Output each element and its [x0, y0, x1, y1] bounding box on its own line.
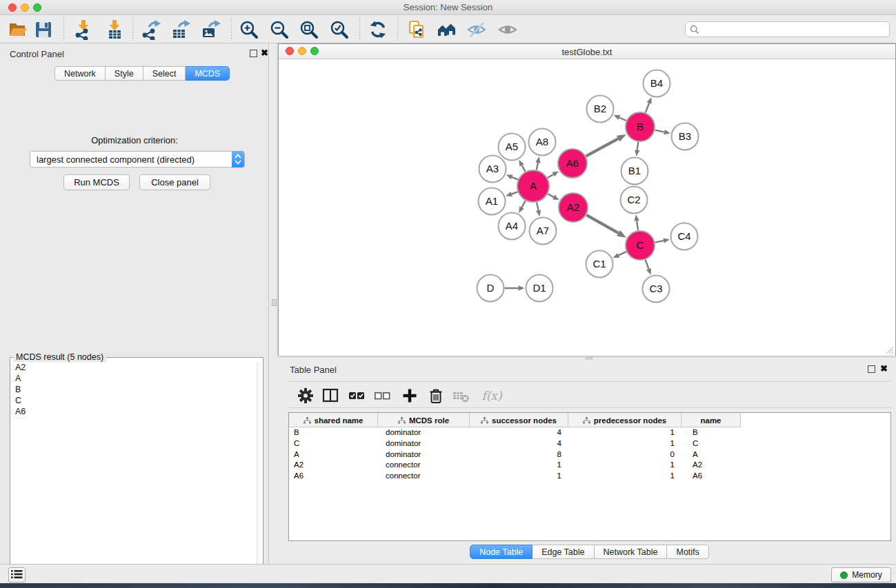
hide-selected-button[interactable] [464, 18, 489, 41]
import-network-icon [73, 19, 94, 40]
tab-mcds[interactable]: MCDS [186, 66, 230, 81]
tab-select[interactable]: Select [143, 66, 186, 81]
select-all-checkboxes-button[interactable] [346, 386, 367, 405]
zoom-in-button[interactable] [237, 18, 261, 41]
criterion-value: largest connected component (directed) [37, 154, 195, 165]
graph-node-A1[interactable]: A1 [479, 188, 506, 215]
table-row-A2[interactable]: A2connector11A2 [289, 460, 741, 471]
memory-button[interactable]: Memory [831, 567, 891, 582]
zoom-selected-button[interactable] [327, 18, 352, 41]
edge-arrowhead [617, 230, 626, 238]
table-cell: B [294, 427, 378, 438]
network-canvas[interactable]: A A1 A2 A3 A4 A5 A6 A7 A8 B B1 B2 B3 B4 … [279, 59, 895, 356]
criterion-dropdown[interactable]: largest connected component (directed) [30, 151, 245, 168]
refresh-view-button[interactable] [366, 18, 390, 41]
tab-network[interactable]: Network [54, 66, 106, 81]
graph-node-A2[interactable]: A2 [559, 193, 588, 222]
edge-A-A7 [537, 202, 539, 210]
tab-style[interactable]: Style [106, 66, 143, 81]
add-column-plus-button[interactable] [399, 386, 420, 405]
result-item[interactable]: A6 [11, 406, 257, 417]
column-header-predecessor-nodes[interactable]: predecessor nodes [568, 413, 681, 427]
graph-node-A6[interactable]: A6 [558, 149, 587, 178]
tab-network-table[interactable]: Network Table [595, 545, 668, 559]
tab-node-table[interactable]: Node Table [470, 545, 532, 559]
open-file-icon [7, 19, 28, 40]
column-type-icon [303, 417, 311, 424]
table-row-A6[interactable]: A6connector11A6 [289, 471, 741, 482]
toolbar-separator [132, 18, 133, 41]
export-network-button[interactable] [138, 18, 163, 41]
import-table-button[interactable] [102, 18, 127, 41]
network-graph: A A1 A2 A3 A4 A5 A6 A7 A8 B B1 B2 B3 B4 … [279, 59, 895, 356]
graph-node-B[interactable]: B [626, 112, 655, 141]
new-network-from-selection-button[interactable] [405, 18, 430, 41]
table-row-A[interactable]: Adominator80A [289, 449, 741, 460]
tab-motifs[interactable]: Motifs [667, 545, 708, 559]
zoom-out-button[interactable] [267, 18, 292, 41]
close-panel-button[interactable]: Close panel [139, 174, 210, 190]
run-mcds-button[interactable]: Run MCDS [63, 174, 130, 190]
result-item[interactable]: A2 [11, 362, 257, 373]
graph-node-A7[interactable]: A7 [530, 218, 557, 245]
graph-node-C4[interactable]: C4 [671, 223, 698, 250]
zoom-out-icon [269, 19, 290, 40]
column-header-MCDS-role[interactable]: MCDS role [378, 413, 470, 427]
graph-node-A3[interactable]: A3 [479, 156, 506, 183]
network-window-titlebar[interactable]: testGlobe.txt [279, 44, 895, 59]
graph-node-A8[interactable]: A8 [529, 129, 556, 156]
column-header-shared-name[interactable]: shared name [289, 413, 378, 427]
zoom-fit-button[interactable] [297, 18, 321, 41]
table-row-B[interactable]: Bdominator41B [289, 427, 741, 438]
tab-edge-table[interactable]: Edge Table [532, 545, 594, 559]
graph-node-B4[interactable]: B4 [644, 70, 670, 97]
show-hidden-button[interactable] [495, 18, 520, 41]
graph-node-B1[interactable]: B1 [621, 158, 648, 185]
column-header-successor-nodes[interactable]: successor nodes [470, 413, 568, 427]
graph-node-B2[interactable]: B2 [587, 96, 614, 123]
task-history-button[interactable] [8, 567, 26, 582]
select-all-checkboxes-icon [348, 387, 366, 405]
delete-column-trash-button[interactable] [426, 386, 446, 405]
graph-node-C1[interactable]: C1 [586, 251, 613, 278]
table-cell: dominator [386, 427, 470, 438]
column-type-icon [583, 417, 590, 424]
column-header-name[interactable]: name [681, 413, 741, 427]
split-divider-handle[interactable] [272, 299, 277, 306]
show-all-networks-button[interactable] [435, 18, 459, 41]
export-table-button[interactable] [168, 18, 192, 41]
close-panel-icon[interactable]: ✖ [261, 48, 268, 58]
graph-node-A5[interactable]: A5 [499, 134, 526, 161]
float-panel-icon[interactable] [250, 50, 257, 57]
graph-node-D[interactable]: D [477, 275, 504, 302]
result-item[interactable]: C [11, 395, 257, 406]
table-row-C[interactable]: Cdominator41C [289, 438, 741, 449]
search-input[interactable] [702, 23, 886, 36]
open-file-button[interactable] [5, 18, 30, 41]
save-session-button[interactable] [31, 18, 56, 41]
resize-grip-icon[interactable] [886, 346, 894, 354]
split-view-columns-button[interactable] [320, 386, 341, 405]
graph-node-C3[interactable]: C3 [643, 276, 670, 303]
result-item[interactable]: B [11, 384, 257, 395]
export-image-button[interactable] [198, 18, 223, 41]
graph-node-A[interactable]: A [517, 170, 549, 202]
import-network-button[interactable] [71, 18, 96, 41]
graph-node-A4[interactable]: A4 [499, 213, 526, 240]
deselect-all-checkboxes-button[interactable] [372, 386, 392, 405]
svg-text:B1: B1 [628, 165, 641, 176]
graph-node-C2[interactable]: C2 [621, 187, 648, 214]
edge-C-C4 [655, 241, 664, 243]
svg-text:B2: B2 [594, 103, 606, 114]
result-item[interactable]: A [11, 373, 257, 384]
table-cell: A2 [693, 460, 741, 471]
table-float-icon[interactable] [868, 365, 875, 373]
zoom-fit-icon [299, 19, 319, 40]
graph-node-B3[interactable]: B3 [672, 123, 699, 150]
table-close-icon[interactable]: ✖ [880, 363, 888, 374]
svg-text:A8: A8 [536, 136, 548, 148]
graph-node-D1[interactable]: D1 [526, 275, 553, 302]
result-scrollbar[interactable] [257, 362, 262, 588]
graph-node-C[interactable]: C [626, 231, 655, 260]
table-settings-gear-button[interactable] [295, 386, 316, 405]
